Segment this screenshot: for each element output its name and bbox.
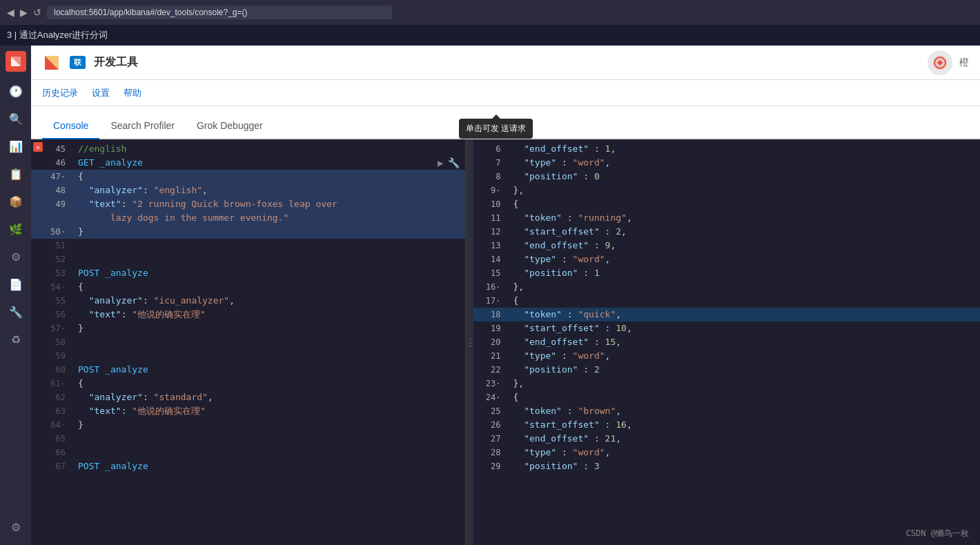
resp-line-17: 17· { xyxy=(473,294,981,308)
code-line-65: 65 xyxy=(31,432,465,446)
resp-content-19: "start_offset" : 10, xyxy=(508,321,981,335)
nav-icon-settings[interactable]: ⚙ xyxy=(3,515,28,539)
line-content-56: "text": "他说的确实在理" xyxy=(72,308,465,321)
error-icon-45: ✕ xyxy=(33,142,43,152)
play-icon[interactable]: ▶ xyxy=(438,157,443,168)
code-line-51: 51 xyxy=(31,239,465,252)
wrench-icon[interactable]: 🔧 xyxy=(448,157,460,168)
forward-button[interactable]: ▶ xyxy=(20,7,28,18)
resp-content-25: "token" : "brown", xyxy=(508,404,981,418)
panel-divider[interactable]: ⋮ xyxy=(468,139,473,545)
resp-content-20: "end_offset" : 15, xyxy=(508,335,981,349)
resp-num-29: 29 xyxy=(473,459,508,473)
resp-content-16: }, xyxy=(508,280,981,294)
gutter-45: ✕ xyxy=(31,142,45,152)
resp-content-14: "type" : "word", xyxy=(508,252,981,266)
header-right-logo xyxy=(928,50,952,75)
resp-line-18: 18 "token" : "quick", xyxy=(473,308,981,321)
tab-search-profiler[interactable]: Search Profiler xyxy=(99,113,186,139)
line-content-63: "text": "他说的确实在理" xyxy=(72,404,465,418)
resp-line-22: 22 "position" : 2 xyxy=(473,363,981,377)
resp-line-20: 20 "end_offset" : 15, xyxy=(473,335,981,349)
resp-content-18: "token" : "quick", xyxy=(508,308,981,321)
resp-content-15: "position" : 1 xyxy=(508,266,981,280)
resp-content-21: "type" : "word", xyxy=(508,349,981,363)
line-content-64: } xyxy=(72,418,465,432)
line-number-47: 47· xyxy=(45,170,72,184)
resp-line-24: 24· { xyxy=(473,390,981,404)
nav-icon-gear1[interactable]: ⚙ xyxy=(3,244,28,269)
line-number-57: 57· xyxy=(45,321,72,335)
response-lines: 6 "end_offset" : 1, 7 "type" : "word", 8… xyxy=(473,139,981,476)
resp-line-19: 19 "start_offset" : 10, xyxy=(473,321,981,335)
nav-icon-clock[interactable]: 🕐 xyxy=(3,79,28,103)
tab-grok-debugger[interactable]: Grok Debugger xyxy=(186,113,274,139)
kibana-logo xyxy=(6,51,26,72)
line-number-56: 56 xyxy=(45,308,72,321)
line-content-53: POST _analyze xyxy=(72,266,465,280)
nav-icon-doc[interactable]: 📄 xyxy=(3,272,28,297)
tab-console[interactable]: Console xyxy=(42,113,99,139)
resp-line-14: 14 "type" : "word", xyxy=(473,252,981,266)
nav-settings[interactable]: 设置 xyxy=(92,81,110,105)
resp-num-27: 27 xyxy=(473,432,508,446)
tab-bar: Console Search Profiler Grok Debugger xyxy=(31,106,980,139)
code-editor[interactable]: ✕ 45 //english 46 GET _analyze ▶ 🔧 xyxy=(31,139,468,545)
resp-content-29: "position" : 3 xyxy=(508,459,981,473)
code-line-64: 64· } xyxy=(31,418,465,432)
resp-content-24: { xyxy=(508,390,981,404)
resp-num-20: 20 xyxy=(473,335,508,349)
line-number-67: 67 xyxy=(45,459,72,473)
resp-content-13: "end_offset" : 9, xyxy=(508,239,981,252)
nav-icon-leaf[interactable]: 🌿 xyxy=(3,217,28,241)
nav-icon-box[interactable]: 📦 xyxy=(3,189,28,214)
resp-num-12: 12 xyxy=(473,225,508,239)
line-content-60: POST _analyze xyxy=(72,363,465,377)
nav-icon-search[interactable]: 🔍 xyxy=(3,106,28,131)
header-right: 橙 xyxy=(928,50,969,75)
icon-sidebar: 🕐 🔍 📊 📋 📦 🌿 ⚙ 📄 🔧 ♻ ⚙ xyxy=(0,46,31,545)
resp-line-13: 13 "end_offset" : 9, xyxy=(473,239,981,252)
line-number-45: 45 xyxy=(45,142,72,156)
line-content-46: GET _analyze xyxy=(72,156,465,170)
line-content-62: "analyzer": "standard", xyxy=(72,390,465,404)
app-logo xyxy=(42,53,61,72)
code-line-66: 66 xyxy=(31,446,465,459)
resp-num-8: 8 xyxy=(473,170,508,184)
line-number-66: 66 xyxy=(45,446,72,459)
line-content-48: "analyzer": "english", xyxy=(72,184,465,197)
resp-content-27: "end_offset" : 21, xyxy=(508,432,981,446)
nav-icon-recycle[interactable]: ♻ xyxy=(3,327,28,352)
nav-help[interactable]: 帮助 xyxy=(124,81,141,105)
line-content-50: } xyxy=(72,225,465,239)
back-button[interactable]: ◀ xyxy=(7,7,14,18)
resp-num-26: 26 xyxy=(473,418,508,432)
line-number-58: 58 xyxy=(45,335,72,349)
resp-line-21: 21 "type" : "word", xyxy=(473,349,981,363)
watermark: CSDN @懒鸟一枚 xyxy=(906,528,969,539)
code-line-50: 50· } xyxy=(31,225,465,239)
line-number-51: 51 xyxy=(45,239,72,252)
resp-content-10: { xyxy=(508,197,981,211)
line-number-49: 49 xyxy=(45,197,72,211)
resp-num-23: 23· xyxy=(473,377,508,390)
resp-line-23: 23· }, xyxy=(473,377,981,390)
line-content-55: "analyzer": "icu_analyzer", xyxy=(72,294,465,308)
refresh-button[interactable]: ↺ xyxy=(33,7,41,18)
resp-content-23: }, xyxy=(508,377,981,390)
url-bar[interactable]: localhost:5601/app/kibana#/dev_tools/con… xyxy=(47,6,392,19)
response-panel[interactable]: 6 "end_offset" : 1, 7 "type" : "word", 8… xyxy=(473,139,981,545)
top-nav: 历史记录 设置 帮助 xyxy=(31,80,980,106)
resp-content-8: "position" : 0 xyxy=(508,170,981,184)
resp-content-12: "start_offset" : 2, xyxy=(508,225,981,239)
nav-icon-wrench[interactable]: 🔧 xyxy=(3,299,28,324)
nav-icon-list[interactable]: 📋 xyxy=(3,161,28,186)
nav-history[interactable]: 历史记录 xyxy=(42,81,78,105)
resp-content-26: "start_offset" : 16, xyxy=(508,418,981,432)
resp-num-21: 21 xyxy=(473,349,508,363)
line-number-52: 52 xyxy=(45,252,72,266)
app-container: 🕐 🔍 📊 📋 📦 🌿 ⚙ 📄 🔧 ♻ ⚙ 联 开发工具 xyxy=(0,46,980,545)
nav-icon-chart[interactable]: 📊 xyxy=(3,134,28,159)
resp-num-15: 15 xyxy=(473,266,508,280)
code-line-56: 56 "text": "他说的确实在理" xyxy=(31,308,465,321)
